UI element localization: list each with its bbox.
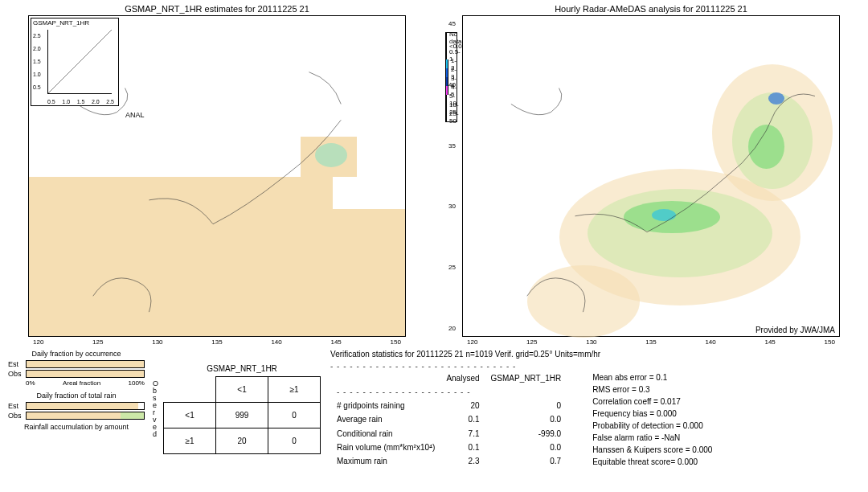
right-map: Provided by JWA/JMA 12012513013514014515… <box>462 15 840 337</box>
left-map: GSMAP_NRT_1HR 2.5 2.0 1.5 1.0 0.5 0.5 1.… <box>28 15 406 337</box>
observed-axis-label: Observed <box>153 380 158 438</box>
anal-label: ANAL <box>125 111 145 119</box>
contingency-table: GSMAP_NRT_1HR <1≥1 <19990 ≥1200 <box>162 364 322 454</box>
right-map-title: Hourly Radar-AMeDAS analysis for 2011122… <box>442 4 860 14</box>
scatter-inset: GSMAP_NRT_1HR 2.5 2.0 1.5 1.0 0.5 0.5 1.… <box>31 18 119 106</box>
verification-stats: Verification statistics for 20111225 21 … <box>330 350 860 469</box>
svg-line-0 <box>48 30 112 93</box>
radar-amedas-panel: Hourly Radar-AMeDAS analysis for 2011122… <box>434 0 868 346</box>
left-map-title: GSMAP_NRT_1HR estimates for 20111225 21 <box>8 4 426 14</box>
fraction-bars: Daily fraction by occurrence Est Obs 0%A… <box>8 350 145 469</box>
gsmap-estimate-panel: GSMAP_NRT_1HR estimates for 20111225 21 … <box>0 0 434 346</box>
attribution: Provided by JWA/JMA <box>755 326 835 334</box>
